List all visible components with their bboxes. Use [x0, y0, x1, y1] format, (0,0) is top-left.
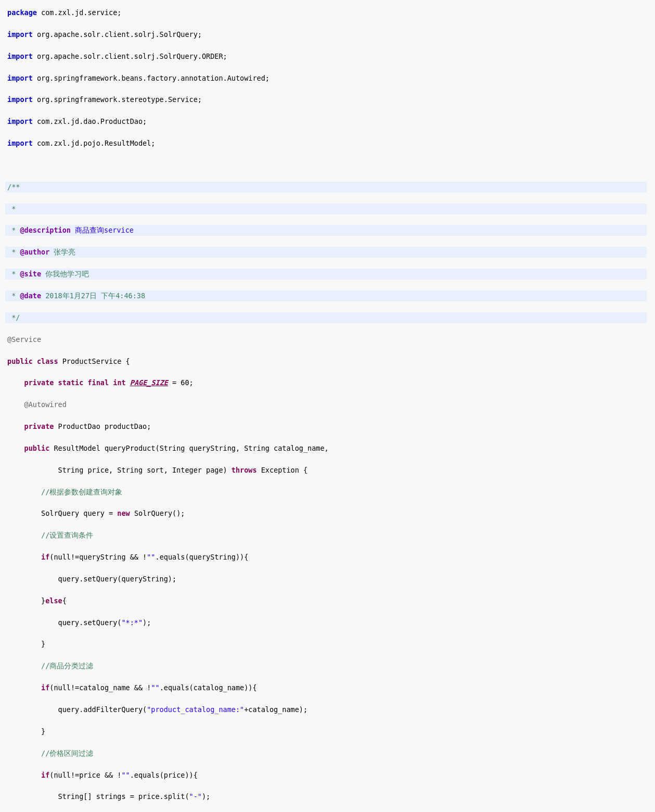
line-25: //设置查询条件: [5, 530, 647, 541]
line-36: if(null!=price && !"".equals(price)){: [5, 770, 647, 781]
line-17: public class ProductService {: [5, 356, 647, 367]
line-19: @Autowired: [5, 399, 647, 410]
line-9: /**: [5, 182, 647, 193]
line-14: * @date 2018年1月27日 下午4:46:38: [5, 290, 647, 301]
line-13: * @site 你我他学习吧: [5, 269, 647, 280]
line-6: import com.zxl.jd.dao.ProductDao;: [5, 116, 647, 127]
line-34: }: [5, 726, 647, 737]
code-pre: package com.zxl.jd.service; import org.a…: [5, 7, 647, 812]
line-8: [5, 160, 647, 171]
line-3: import org.apache.solr.client.solrj.Solr…: [5, 51, 647, 62]
line-20: private ProductDao productDao;: [5, 421, 647, 432]
line-12: * @author 张学亮: [5, 247, 647, 258]
line-30: }: [5, 639, 647, 650]
line-32: if(null!=catalog_name && !"".equals(cata…: [5, 682, 647, 693]
line-23: //根据参数创建查询对象: [5, 487, 647, 498]
line-27: query.setQuery(queryString);: [5, 574, 647, 585]
line-1: package com.zxl.jd.service;: [5, 7, 647, 18]
line-15: */: [5, 312, 647, 323]
line-2: import org.apache.solr.client.solrj.Solr…: [5, 29, 647, 40]
line-11: * @description 商品查询service: [5, 225, 647, 236]
line-7: import com.zxl.jd.pojo.ResultModel;: [5, 138, 647, 149]
code-container: package com.zxl.jd.service; import org.a…: [0, 0, 655, 812]
line-18: private static final int PAGE_SIZE = 60;: [5, 377, 647, 388]
line-26: if(null!=queryString && !"".equals(query…: [5, 552, 647, 563]
line-24: SolrQuery query = new SolrQuery();: [5, 508, 647, 519]
line-35: //价格区间过滤: [5, 748, 647, 759]
line-22: String price, String sort, Integer page)…: [5, 465, 647, 476]
line-29: query.setQuery("*:*");: [5, 617, 647, 628]
line-31: //商品分类过滤: [5, 661, 647, 671]
line-5: import org.springframework.stereotype.Se…: [5, 94, 647, 105]
line-4: import org.springframework.beans.factory…: [5, 73, 647, 84]
line-33: query.addFilterQuery("product_catalog_na…: [5, 704, 647, 715]
line-21: public ResultModel queryProduct(String q…: [5, 443, 647, 454]
line-28: }else{: [5, 595, 647, 606]
code-block: package com.zxl.jd.service; import org.a…: [0, 5, 655, 812]
line-16: @Service: [5, 334, 647, 345]
line-37: String[] strings = price.split("-");: [5, 791, 647, 802]
line-10: *: [5, 204, 647, 214]
